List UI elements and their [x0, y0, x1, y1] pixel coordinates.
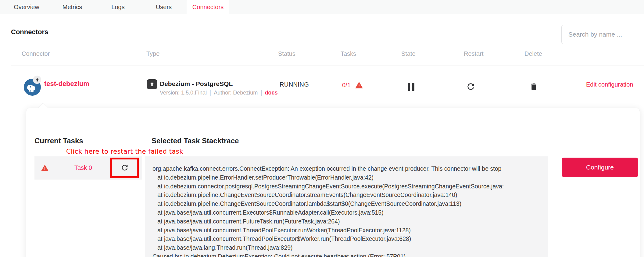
search-input[interactable]: [561, 25, 644, 44]
meta-separator: |: [260, 89, 262, 96]
stacktrace-line: at io.debezium.pipeline.ChangeEventSourc…: [152, 199, 548, 208]
column-header-restart: Restart: [464, 50, 483, 57]
current-tasks-title: Current Tasks: [34, 137, 83, 145]
up-arrow-icon: [149, 81, 155, 87]
page-title: Connectors: [11, 28, 48, 36]
stacktrace-line: at java.base/java.lang.Thread.run(Thread…: [152, 243, 548, 252]
stacktrace-line: org.apache.kafka.connect.errors.ConnectE…: [152, 164, 548, 173]
delete-connector-button[interactable]: [529, 82, 538, 91]
edit-configuration-link[interactable]: Edit configuration: [586, 81, 633, 88]
stacktrace-line: at io.debezium.pipeline.ChangeEventSourc…: [152, 191, 548, 199]
stacktrace-line: at io.debezium.pipeline.ErrorHandler.set…: [152, 173, 548, 182]
connector-status: RUNNING: [280, 81, 309, 88]
column-header-state: State: [401, 50, 416, 57]
connector-name-link[interactable]: test-debezium: [44, 80, 89, 88]
source-connector-badge: [33, 76, 41, 84]
pause-connector-button[interactable]: [408, 83, 414, 91]
column-header-tasks: Tasks: [341, 50, 356, 57]
tab-metrics[interactable]: Metrics: [49, 0, 95, 14]
column-header-delete: Delete: [524, 50, 542, 57]
up-arrow-icon: [35, 77, 40, 82]
stacktrace-line: Caused by: io.debezium.DebeziumException…: [152, 252, 548, 257]
column-header-type: Type: [146, 50, 159, 57]
stacktrace-line: at java.base/java.util.concurrent.Execut…: [152, 208, 548, 217]
task-warning-icon: [41, 164, 49, 172]
stacktrace-line: at java.base/java.util.concurrent.Thread…: [152, 226, 548, 235]
column-header-status: Status: [278, 50, 295, 57]
restart-task-button[interactable]: [120, 163, 129, 172]
source-type-icon: [147, 79, 157, 89]
connector-type-meta: Version: 1.5.0.Final | Author: Debezium …: [160, 89, 278, 96]
stacktrace-title: Selected Task Stacktrace: [152, 137, 239, 145]
restart-connector-button[interactable]: [466, 82, 476, 91]
stacktrace-line: at io.debezium.connector.postgresql.Post…: [152, 182, 548, 191]
meta-separator: |: [209, 89, 211, 96]
connector-version: Version: 1.5.0.Final: [160, 90, 207, 96]
warning-icon: [355, 81, 363, 89]
task-label: Task 0: [74, 164, 92, 171]
header-divider: [11, 66, 644, 66]
connector-author: Author: Debezium: [214, 90, 258, 96]
tab-overview[interactable]: Overview: [4, 0, 49, 14]
stacktrace-line: at java.base/java.util.concurrent.Future…: [152, 217, 548, 226]
tasks-ratio: 0/1: [342, 82, 351, 89]
docs-link[interactable]: docs: [265, 90, 278, 96]
tab-connectors[interactable]: Connectors: [187, 0, 229, 14]
connector-detail-panel: Current Tasks Selected Task Stacktrace T…: [26, 108, 640, 257]
configure-button[interactable]: Configure: [562, 158, 638, 177]
panel-notch: [38, 103, 48, 113]
column-header-connector: Connector: [22, 50, 50, 57]
top-nav: Overview Metrics Logs Users Connectors: [0, 0, 644, 14]
tab-users[interactable]: Users: [141, 0, 187, 14]
connectors-page: Overview Metrics Logs Users Connectors C…: [0, 0, 644, 257]
tasks-cell: 0/1: [342, 81, 363, 89]
tab-logs[interactable]: Logs: [95, 0, 141, 14]
stacktrace-line: at java.base/java.util.concurrent.Thread…: [152, 234, 548, 243]
connector-type-name: Debezium - PostgreSQL: [160, 80, 233, 87]
stacktrace-panel: org.apache.kafka.connect.errors.ConnectE…: [145, 156, 548, 257]
task-row[interactable]: Task 0: [34, 156, 142, 180]
